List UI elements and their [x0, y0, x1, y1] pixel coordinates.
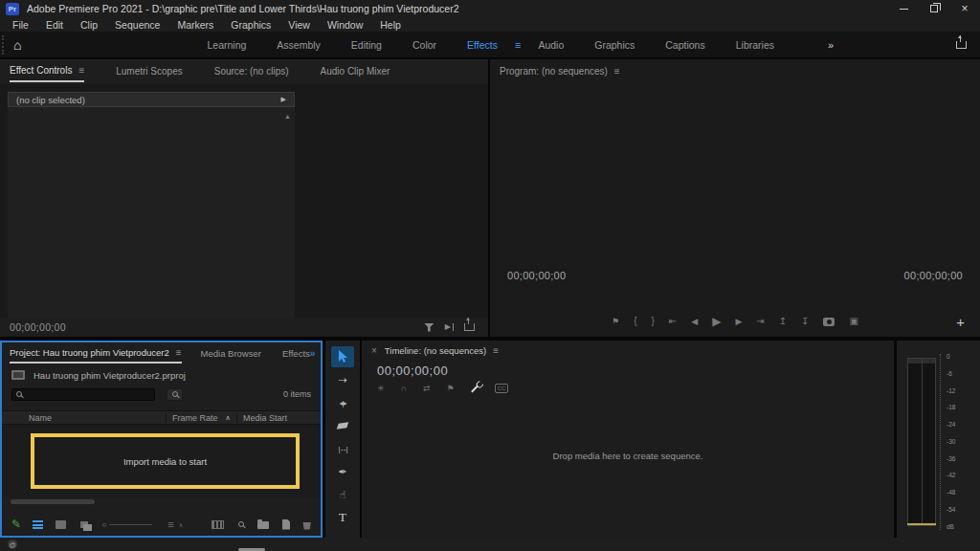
column-frame-rate-label: Frame Rate [172, 413, 218, 423]
captions-cc-icon[interactable]: CC [495, 384, 509, 393]
filter-icon[interactable] [424, 323, 434, 332]
menu-help[interactable]: Help [371, 19, 410, 31]
project-writable-pencil-icon[interactable]: ✎ [11, 518, 21, 530]
panel-menu-icon[interactable]: ≡ [78, 65, 84, 76]
tab-lumetri-scopes[interactable]: Lumetri Scopes [116, 59, 182, 82]
import-media-dropzone[interactable]: Import media to start [31, 433, 300, 489]
workspace-tab-color[interactable]: Color [397, 39, 452, 51]
hand-tool[interactable]: ☝ [331, 484, 354, 505]
linked-selection-icon[interactable]: ⇄ [423, 385, 431, 393]
ripple-edit-tool[interactable]: ◂|▸ [331, 392, 354, 413]
tab-project[interactable]: Project: Hau truong phim Vietproducer2≡ [10, 342, 182, 364]
new-item-icon[interactable] [282, 519, 291, 530]
workspace-tab-assembly[interactable]: Assembly [261, 39, 336, 51]
home-icon[interactable]: ⌂ [13, 37, 21, 53]
slip-tool[interactable]: |↔| [331, 438, 354, 459]
menu-file[interactable]: File [4, 19, 37, 31]
step-back-icon[interactable]: ◀ [691, 318, 698, 326]
go-to-in-icon[interactable]: ⇤ [669, 317, 677, 326]
menu-edit[interactable]: Edit [37, 19, 72, 31]
search-box[interactable] [11, 388, 155, 401]
mark-out-icon[interactable]: } [651, 317, 654, 326]
export-frame-icon[interactable] [464, 323, 475, 331]
scroll-up-icon[interactable]: ▲ [284, 113, 291, 120]
timeline-drop-message[interactable]: Drop media here to create sequence. [362, 451, 894, 461]
type-tool[interactable]: T [331, 507, 354, 528]
tab-effects-bin[interactable]: Effects [282, 342, 310, 364]
timeline-settings-wrench-icon[interactable] [471, 385, 479, 392]
workspace-tab-learning[interactable]: Learning [191, 39, 261, 51]
tab-audio-clip-mixer[interactable]: Audio Clip Mixer [321, 59, 390, 82]
tab-program[interactable]: Program: (no sequences)≡ [500, 59, 620, 82]
add-marker-icon[interactable]: ⚑ [612, 318, 619, 326]
zoom-slider[interactable]: ○ [101, 520, 152, 529]
pen-tool[interactable]: ✒ [331, 461, 354, 482]
zoom-slider-handle[interactable]: ○ [101, 520, 106, 529]
delete-trash-icon[interactable] [302, 522, 311, 530]
tab-source[interactable]: Source: (no clips) [214, 59, 289, 82]
workspace-tab-editing[interactable]: Editing [336, 39, 397, 51]
automate-to-sequence-icon[interactable] [212, 520, 223, 529]
column-name[interactable]: Name [2, 413, 167, 423]
close-button[interactable]: × [949, 0, 980, 17]
tab-media-browser[interactable]: Media Browser [201, 342, 261, 364]
menu-view[interactable]: View [279, 19, 319, 31]
tab-effect-controls[interactable]: Effect Controls≡ [10, 59, 84, 82]
workspace-tab-libraries[interactable]: Libraries [721, 39, 790, 51]
find-icon[interactable] [238, 521, 244, 527]
freeform-view-icon[interactable] [80, 521, 89, 528]
export-share-icon[interactable] [956, 41, 967, 49]
add-marker-icon[interactable]: ⚑ [447, 385, 455, 393]
new-bin-folder-icon[interactable] [257, 521, 269, 529]
column-frame-rate[interactable]: Frame Rate∧ [167, 413, 237, 423]
mark-in-icon[interactable]: { [634, 317, 636, 326]
clip-selector[interactable]: (no clip selected) ▶ [8, 92, 295, 107]
scrollbar-thumb[interactable] [11, 499, 95, 504]
selection-tool[interactable] [331, 346, 354, 367]
close-icon: × [961, 3, 968, 14]
workspace-menu-icon[interactable]: ≡ [515, 39, 521, 51]
timeline-close-icon[interactable]: × [371, 345, 377, 356]
project-content-area: Import media to start [2, 425, 321, 497]
workspace-tab-audio[interactable]: Audio [523, 39, 579, 51]
step-forward-icon[interactable]: ▶ [735, 318, 742, 326]
panel-menu-icon[interactable]: ≡ [614, 66, 620, 77]
minimize-button[interactable] [888, 0, 919, 17]
menu-clip[interactable]: Clip [72, 19, 106, 31]
play-in-to-out-icon[interactable]: ▶ [445, 323, 454, 331]
workspace-tab-captions[interactable]: Captions [650, 39, 720, 51]
workspace-tab-graphics[interactable]: Graphics [579, 39, 650, 51]
timeline-panel: × Timeline: (no sequences) ≡ 00;00;00;00… [362, 341, 894, 538]
menu-graphics[interactable]: Graphics [222, 19, 279, 31]
go-to-out-icon[interactable]: ⇥ [756, 317, 764, 326]
track-select-tool[interactable]: ⇢ [331, 369, 354, 390]
export-frame-camera-icon[interactable] [823, 318, 835, 326]
menu-markers[interactable]: Markers [168, 19, 222, 31]
tab-timeline-label[interactable]: Timeline: (no sequences) [385, 345, 486, 356]
snap-magnet-icon[interactable]: ∩ [401, 385, 407, 393]
panel-menu-icon[interactable]: ≡ [493, 345, 499, 356]
workspace-overflow-icon[interactable]: » [828, 39, 835, 51]
project-overflow-icon[interactable]: » [310, 348, 317, 359]
razor-tool[interactable] [331, 415, 354, 436]
button-editor-plus-icon[interactable]: + [956, 315, 965, 329]
proxy-toggle-icon[interactable]: ▣ [849, 317, 858, 326]
list-view-icon[interactable] [33, 520, 43, 529]
panel-menu-icon[interactable]: ≡ [176, 347, 182, 358]
hand-icon: ☝ [340, 489, 346, 501]
menu-window[interactable]: Window [319, 19, 371, 31]
menu-sequence[interactable]: Sequence [106, 19, 168, 31]
creative-cloud-icon[interactable]: @ [8, 540, 17, 549]
extract-icon[interactable]: ↧ [801, 317, 809, 326]
workspace-tab-effects[interactable]: Effects [452, 39, 513, 51]
play-button-icon[interactable]: ▶ [712, 316, 721, 327]
tab-effect-controls-label: Effect Controls [10, 65, 72, 76]
create-search-bin-button[interactable] [167, 388, 183, 401]
search-input[interactable] [22, 389, 154, 400]
column-media-start[interactable]: Media Start [237, 413, 287, 423]
restore-button[interactable] [919, 0, 949, 17]
sort-icons-button[interactable]: ≡ ∧ [167, 519, 183, 530]
lift-icon[interactable]: ↥ [779, 317, 787, 326]
nest-sequences-icon[interactable]: ✳ [377, 385, 385, 393]
icon-view-icon[interactable] [56, 520, 65, 529]
